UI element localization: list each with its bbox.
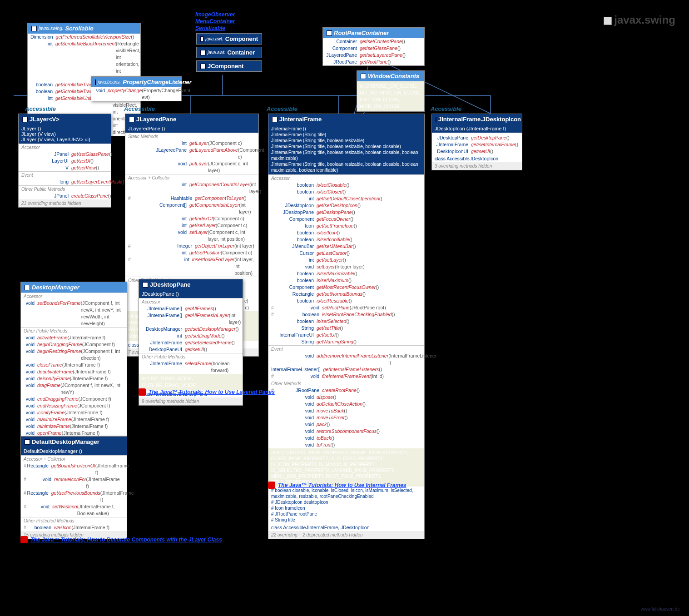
- class-icon: [436, 117, 436, 122]
- section-label: Accessor: [21, 293, 127, 300]
- hidden-note: 9 overriding methods hidden: [139, 397, 243, 405]
- oracle-icon: [268, 482, 275, 489]
- box-desktopmanager: DesktopManager Accessor voidsetBoundsFor…: [20, 282, 127, 457]
- jif-consts: String CONTENT_PANE_PROPERTY, FRAME_ICON…: [268, 448, 424, 487]
- hidden-note: 3 overriding methods hidden: [432, 162, 522, 170]
- link-internal-frames[interactable]: The Java™ Tutorials: How to Use Internal…: [268, 482, 406, 489]
- jdp-consts: int LIVE_DRAG_MODE, OUTLINE_DRAG_MODE: [139, 374, 243, 390]
- package-icon: [604, 17, 612, 25]
- interface-icon: [327, 30, 332, 36]
- interface-icon: [31, 26, 37, 31]
- section-label: Accessor: [139, 298, 243, 305]
- hidden-note: 22 overriding + 2 deprecated methods hid…: [268, 531, 424, 539]
- section-label: Accessor + Collector: [21, 455, 127, 462]
- section-label: Event: [19, 171, 111, 179]
- lbl-accessible-2: Accessible: [124, 105, 155, 112]
- top-interfaces[interactable]: ImageObserverMenuContainerSerializable: [195, 11, 235, 32]
- box-pcl: java.beans.PropertyChangeListener voidpr…: [91, 76, 182, 101]
- box-jcomponent: JComponent: [196, 60, 262, 72]
- winconst-consts: int DISPOSE_ON_CLOSE, DO_NOTHING_ON_CLOS…: [357, 81, 424, 111]
- oracle-icon: [139, 388, 146, 396]
- interface-icon: [25, 285, 30, 290]
- class-icon: [129, 117, 134, 122]
- box-container: java.awt.Container: [196, 47, 262, 58]
- lbl-accessible-1: Accessible: [25, 105, 56, 112]
- hidden-note: 21 overriding methods hidden: [19, 199, 111, 207]
- box-jinternalframe: JInternalFrame JInternalFrame ()JInterna…: [268, 114, 425, 539]
- lbl-accessible-4: Accessible: [431, 105, 461, 112]
- class-icon: [200, 36, 203, 42]
- section-label: Static Methods: [125, 133, 258, 140]
- interface-icon: [361, 74, 366, 79]
- section-label: Other Public Methods: [21, 327, 127, 334]
- lbl-accessible-3: Accessible: [267, 105, 297, 112]
- class-icon: [25, 439, 30, 445]
- box-defaultdesktopmanager: DefaultDesktopManager DefaultDesktopMana…: [20, 436, 127, 539]
- section-label: Other Public Methods: [19, 185, 111, 193]
- link-jlayer[interactable]: The Java™ Tutorials: How to Decorate Com…: [20, 536, 222, 543]
- box-jlayer: JLayer<V> JLayer ()JLayer (V view)JLayer…: [18, 114, 111, 208]
- section-label: Other Protected Methods: [21, 517, 127, 524]
- box-jdesktopicon: JInternalFrame.JDesktopIcon JDesktopIcon…: [431, 114, 522, 170]
- box-rootpane: RootPaneContainer Containerget/setConten…: [322, 27, 425, 66]
- class-icon: [272, 117, 278, 122]
- class-icon: [143, 282, 148, 288]
- box-winconst: WindowConstants int DISPOSE_ON_CLOSE, DO…: [357, 70, 425, 112]
- class-icon: [200, 64, 206, 69]
- box-jdesktoppane: JDesktopPane JDesktopPane () Accessor JI…: [139, 279, 243, 406]
- section-label: Accessor: [19, 144, 111, 151]
- section-label: Other Public Methods: [139, 353, 243, 360]
- box-component: java.awt.Component: [196, 33, 262, 45]
- section-label: Accessor: [268, 174, 424, 182]
- oracle-icon: [20, 536, 28, 543]
- interface-icon: [95, 79, 96, 85]
- link-layered-panes[interactable]: The Java™ Tutorials: How to Use Layered …: [139, 388, 275, 396]
- section-label: Event: [268, 345, 424, 353]
- package-title: javax.swing: [604, 14, 675, 26]
- section-label: Accessor + Collector: [125, 174, 258, 181]
- class-icon: [200, 50, 206, 55]
- section-label: Other Methods: [268, 380, 424, 387]
- footer-credit: www.falkhausen.de: [641, 606, 680, 611]
- class-icon: [22, 117, 28, 122]
